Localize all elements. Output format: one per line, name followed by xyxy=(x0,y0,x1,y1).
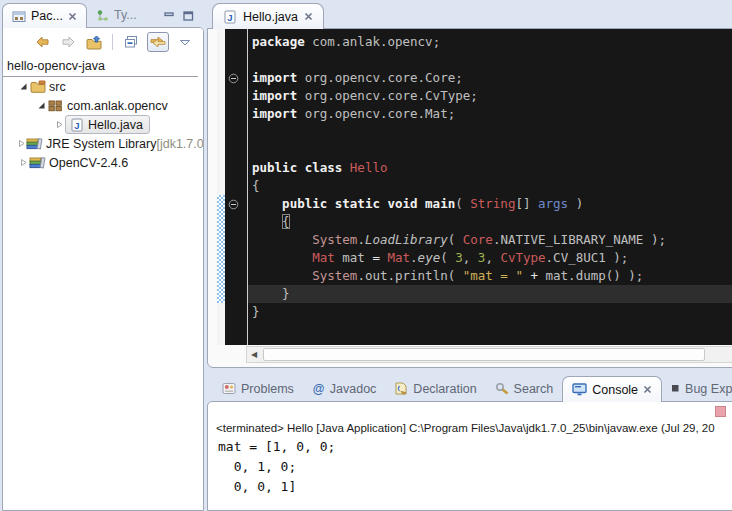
expander-expanded-icon[interactable] xyxy=(35,101,47,110)
tree-item-package[interactable]: com.anlak.opencv xyxy=(3,96,203,115)
console-icon xyxy=(572,383,587,396)
maximize-icon[interactable] xyxy=(183,11,194,21)
console-output[interactable]: mat = [1, 0, 0; 0, 1, 0; 0, 0, 1] xyxy=(208,437,732,497)
fold-gutter-line xyxy=(225,51,247,69)
svg-text:@: @ xyxy=(312,382,324,395)
fold-minus-icon[interactable] xyxy=(225,195,247,213)
code-line: Mat mat = Mat.eye( 3, 3, CvType.CV_8UC1 … xyxy=(248,249,732,267)
back-icon[interactable] xyxy=(32,33,52,51)
annotation-ruler xyxy=(217,29,225,345)
code-line: { xyxy=(248,213,732,231)
tab-package-explorer[interactable]: Pac... xyxy=(2,3,87,28)
fold-gutter-line xyxy=(225,213,247,231)
editor-area: J Hello.java package com.anlak.opencv;im… xyxy=(207,2,732,368)
code-line: System.LoadLibrary( Core.NATIVE_LIBRARY_… xyxy=(248,231,732,249)
problems-icon xyxy=(222,382,236,395)
tree-item-opencv[interactable]: OpenCV-2.4.6 xyxy=(3,153,203,172)
source-folder-icon xyxy=(29,80,46,93)
left-view-tabbar: Pac... Ty... xyxy=(2,2,204,27)
editor-tabbar: J Hello.java xyxy=(207,2,732,28)
tree-item-label: com.anlak.opencv xyxy=(67,99,168,113)
tree-item-decoration: [jdk1.7.0_25] xyxy=(156,137,204,151)
console-status: <terminated> Hello [Java Application] C:… xyxy=(208,422,732,437)
console-output-line: mat = [1, 0, 0; xyxy=(218,437,732,457)
code-line: package com.anlak.opencv; xyxy=(248,33,732,51)
tab-hello-java[interactable]: J Hello.java xyxy=(212,3,324,29)
view-square-icon xyxy=(671,384,680,393)
fold-gutter-line xyxy=(225,141,247,159)
editor-frame-padding xyxy=(208,29,217,345)
code-line: } xyxy=(248,285,732,303)
view-menu-icon[interactable] xyxy=(175,33,195,51)
expander-expanded-icon[interactable] xyxy=(17,82,29,91)
tab-label: Declaration xyxy=(413,382,476,396)
terminate-icon[interactable] xyxy=(715,406,726,417)
tab-type-hierarchy[interactable]: Ty... xyxy=(87,3,146,27)
method-range-indicator xyxy=(217,195,225,303)
tab-console[interactable]: Console xyxy=(562,376,662,402)
tree-item-jre[interactable]: JRE System Library [jdk1.7.0_25] xyxy=(3,134,203,153)
fold-gutter-line xyxy=(225,231,247,249)
project-tree[interactable]: hello-opencv-javasrccom.anlak.opencvJHel… xyxy=(3,54,203,172)
forward-icon[interactable] xyxy=(58,33,78,51)
code-line: import org.opencv.core.CvType; xyxy=(248,87,732,105)
java-file-icon: J xyxy=(223,10,237,24)
code-line: import org.opencv.core.Core; xyxy=(248,69,732,87)
tree-item-project[interactable]: hello-opencv-java xyxy=(3,56,198,77)
minimize-icon[interactable] xyxy=(164,11,175,21)
link-with-editor-icon[interactable] xyxy=(147,32,169,52)
tab-label: Pac... xyxy=(31,9,63,23)
package-explorer-panel: Pac... Ty... hello-opencv-ja xyxy=(2,2,204,511)
scroll-left-icon[interactable]: ◀ xyxy=(247,350,261,359)
view-window-controls xyxy=(164,11,204,27)
toolbar-separator xyxy=(112,34,113,50)
expander-collapsed-icon[interactable] xyxy=(17,139,26,148)
fold-gutter-line xyxy=(225,123,247,141)
declaration-icon xyxy=(394,382,408,395)
editor-body: package com.anlak.opencv;import org.open… xyxy=(207,28,732,368)
tab-problems[interactable]: Problems xyxy=(213,376,303,401)
package-icon xyxy=(47,100,64,112)
close-icon[interactable] xyxy=(304,12,313,21)
tab-label: Bug Explorer xyxy=(685,382,732,396)
fold-gutter-line xyxy=(225,33,247,51)
code-line: public static void main( String[] args ) xyxy=(248,195,732,213)
tab-label: Ty... xyxy=(114,8,137,22)
library-icon xyxy=(26,137,43,150)
fold-gutter-line xyxy=(225,105,247,123)
javadoc-icon: @ xyxy=(312,382,325,395)
close-icon[interactable] xyxy=(68,12,77,21)
horizontal-scrollbar[interactable]: ◀ xyxy=(246,346,732,363)
close-icon[interactable] xyxy=(643,385,652,394)
tab-declaration[interactable]: Declaration xyxy=(385,376,485,401)
package-explorer-body: hello-opencv-javasrccom.anlak.opencvJHel… xyxy=(2,27,204,511)
code-line: } xyxy=(248,303,732,321)
tree-item-src[interactable]: src xyxy=(3,77,203,96)
tree-item-hello-java[interactable]: JHello.java xyxy=(3,115,203,134)
svg-text:J: J xyxy=(74,119,79,130)
tab-label: Search xyxy=(514,382,554,396)
fold-minus-icon[interactable] xyxy=(225,69,247,87)
tab-label: Javadoc xyxy=(330,382,377,396)
svg-text:J: J xyxy=(227,11,232,22)
tab-bug-explorer[interactable]: Bug Explorer xyxy=(662,376,732,401)
tab-search[interactable]: Search xyxy=(486,376,563,401)
tab-javadoc[interactable]: @Javadoc xyxy=(303,376,386,401)
expander-collapsed-icon[interactable] xyxy=(53,120,65,129)
expander-collapsed-icon[interactable] xyxy=(17,158,29,167)
fold-gutter-line xyxy=(225,177,247,195)
code-line: { xyxy=(248,177,732,195)
tab-label: Console xyxy=(592,383,638,397)
scrollbar-thumb[interactable] xyxy=(263,348,705,361)
tab-label: Problems xyxy=(241,382,294,396)
type-hierarchy-icon xyxy=(96,9,109,22)
search-icon xyxy=(495,382,509,395)
fold-gutter-line xyxy=(225,285,247,303)
collapse-all-icon[interactable] xyxy=(121,33,141,51)
up-icon[interactable] xyxy=(84,33,104,51)
code-line xyxy=(248,51,732,69)
console-output-line: 0, 1, 0; xyxy=(218,457,732,477)
fold-gutter-line xyxy=(225,249,247,267)
selected-item-box: JHello.java xyxy=(65,115,150,134)
code-editor[interactable]: package com.anlak.opencv;import org.open… xyxy=(248,29,732,345)
